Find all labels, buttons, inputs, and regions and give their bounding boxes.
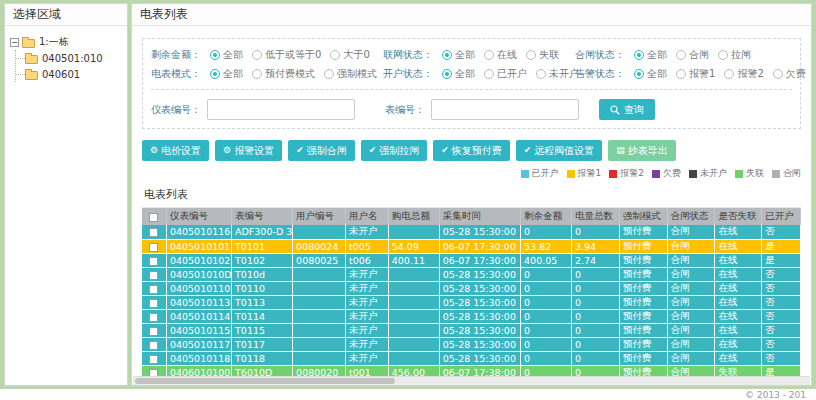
check-icon: ✔: [524, 146, 532, 155]
table-cell: 05-28 15:30:00: [439, 337, 520, 351]
radio-option[interactable]: 已开户: [484, 67, 527, 81]
row-checkbox[interactable]: [149, 271, 158, 280]
legend-item: 未开户: [689, 167, 727, 180]
radio-option[interactable]: 失联: [526, 48, 559, 62]
filter-group-label: 合闸状态：: [575, 48, 625, 62]
table-cell: 未开户: [346, 309, 389, 323]
radio-option[interactable]: 低于或等于0: [252, 48, 321, 62]
meter-no-input[interactable]: [207, 99, 355, 120]
radio-option[interactable]: 合闸: [676, 48, 709, 62]
action-button[interactable]: ▤抄表导出: [608, 140, 676, 161]
table-cell: 06-07 17:30:00: [439, 239, 520, 253]
tree-children: 040501:010040601: [15, 50, 122, 82]
legend-item: 报警1: [567, 167, 602, 180]
radio-option-label: 失联: [539, 48, 559, 62]
row-checkbox[interactable]: [149, 341, 158, 350]
filter-group: 告警状态：全部报警1报警2欠费: [575, 67, 806, 81]
table-cell: 0: [571, 281, 619, 295]
radio-option[interactable]: 欠费: [773, 67, 806, 81]
search-button[interactable]: 查询: [599, 99, 655, 120]
radio-option[interactable]: 强制模式: [324, 67, 377, 81]
tree-collapse-icon[interactable]: −: [10, 38, 19, 47]
column-header: 表编号: [232, 208, 293, 225]
table-cell: 合闸: [667, 295, 715, 309]
action-button-label: 抄表导出: [628, 144, 668, 158]
table-cell: 合闸: [667, 323, 715, 337]
tree-root-label[interactable]: 1:一栋: [39, 35, 69, 49]
table-row: 0405010114T0114未开户05-28 15:30:0000预付费合闸在…: [142, 309, 801, 323]
table-cell: [388, 281, 439, 295]
legend-color-swatch: [521, 170, 529, 178]
table-cell: 05-28 15:30:00: [439, 351, 520, 365]
action-button[interactable]: ⚙电价设置: [142, 140, 209, 161]
table-cell: 0: [521, 267, 572, 281]
table-cell: [293, 267, 346, 281]
table-cell: 预付费: [619, 253, 667, 267]
folder-icon: [25, 71, 38, 80]
row-checkbox[interactable]: [149, 257, 158, 266]
table-cell: [388, 309, 439, 323]
radio-option[interactable]: 全部: [442, 48, 475, 62]
table-cell: 未开户: [346, 295, 389, 309]
radio-option[interactable]: 在线: [484, 48, 517, 62]
radio-option[interactable]: 全部: [210, 67, 243, 81]
radio-option[interactable]: 预付费模式: [252, 67, 315, 81]
tree-node[interactable]: 040601: [16, 66, 122, 82]
legend-color-swatch: [652, 170, 660, 178]
action-button[interactable]: ✔远程阀值设置: [516, 140, 603, 161]
radio-icon: [484, 69, 494, 79]
row-checkbox[interactable]: [149, 355, 158, 364]
radio-option-label: 预付费模式: [265, 67, 315, 81]
table-cell: 是: [762, 239, 801, 253]
select-all-checkbox[interactable]: [149, 213, 158, 222]
filter-group: 联网状态：全部在线失联: [383, 48, 575, 62]
radio-option[interactable]: 全部: [634, 48, 667, 62]
radio-option[interactable]: 大于0: [330, 48, 369, 62]
table-cell: T0110: [232, 281, 293, 295]
horizontal-scrollbar[interactable]: [133, 376, 810, 385]
page-footer: © 2013 - 201: [0, 389, 816, 400]
action-button[interactable]: ✔恢复预付费: [433, 140, 510, 161]
row-checkbox[interactable]: [149, 285, 158, 294]
tree-node-label[interactable]: 040601: [42, 69, 80, 80]
row-checkbox[interactable]: [149, 243, 158, 252]
tree-root-node[interactable]: − 1:一栋: [10, 34, 122, 50]
tree-node[interactable]: 040501:010: [16, 50, 122, 66]
search-row: 仪表编号： 表编号： 查询: [151, 89, 792, 120]
legend-color-swatch: [609, 170, 617, 178]
radio-option[interactable]: 全部: [634, 67, 667, 81]
row-checkbox[interactable]: [149, 327, 158, 336]
radio-option-label: 报警1: [689, 67, 715, 81]
table-cell: [293, 337, 346, 351]
radio-option[interactable]: 报警2: [724, 67, 763, 81]
check-icon: ✔: [296, 146, 304, 155]
table-cell: 400.05: [521, 253, 572, 267]
table-row: 0405010113T0113未开户05-28 15:30:0000预付费合闸在…: [142, 295, 801, 309]
table-cell: T0102: [232, 253, 293, 267]
check-icon: ✔: [441, 146, 449, 155]
radio-option-label: 全部: [223, 67, 243, 81]
action-button[interactable]: ✔强制合闸: [288, 140, 355, 161]
radio-option[interactable]: 全部: [210, 48, 243, 62]
radio-option-label: 在线: [497, 48, 517, 62]
row-checkbox[interactable]: [149, 228, 158, 237]
radio-option-label: 全部: [647, 48, 667, 62]
radio-option[interactable]: 拉闸: [718, 48, 751, 62]
radio-option[interactable]: 报警1: [676, 67, 715, 81]
row-checkbox[interactable]: [149, 299, 158, 308]
table-cell: 预付费: [619, 309, 667, 323]
scrollbar-thumb[interactable]: [135, 378, 395, 384]
radio-option[interactable]: 未开户: [536, 67, 579, 81]
action-button[interactable]: ✔强制拉闸: [361, 140, 428, 161]
table-cell: 0: [521, 225, 572, 239]
radio-icon: [526, 50, 536, 60]
table-cell: 0405010102: [166, 253, 231, 267]
table-cell: 0: [571, 309, 619, 323]
action-button[interactable]: ⚙报警设置: [215, 140, 282, 161]
table-cell: 0: [521, 351, 572, 365]
table-no-input[interactable]: [431, 99, 579, 120]
table-cell: 预付费: [619, 225, 667, 239]
radio-option[interactable]: 全部: [442, 67, 475, 81]
row-checkbox[interactable]: [149, 313, 158, 322]
tree-node-label[interactable]: 040501:010: [42, 53, 103, 64]
